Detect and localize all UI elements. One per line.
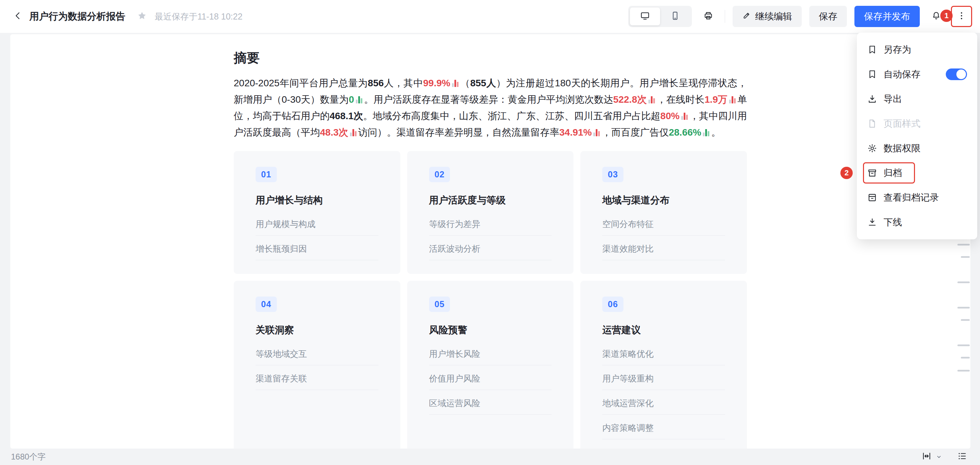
card-number: 04 bbox=[256, 297, 277, 312]
text-segment: 80% bbox=[660, 110, 679, 121]
fit-width-button[interactable] bbox=[920, 450, 934, 463]
chevron-down-icon[interactable] bbox=[935, 453, 942, 460]
outline-minimap[interactable] bbox=[955, 244, 970, 381]
text-segment: 28.66% bbox=[669, 127, 701, 137]
summary-heading: 摘要 bbox=[234, 49, 747, 67]
menu-item-archive[interactable]: 归档2 bbox=[857, 161, 977, 185]
outline-toggle-button[interactable] bbox=[955, 450, 969, 463]
text-segment: 856 bbox=[368, 78, 384, 88]
section-card-01[interactable]: 01用户增长与结构用户规模与构成增长瓶颈归因 bbox=[234, 151, 400, 274]
document-content: 摘要 2020-2025年间平台用户总量为856人，其中99.9%（855人）为… bbox=[234, 34, 747, 449]
card-item: 活跃波动分析 bbox=[429, 236, 552, 260]
card-number: 02 bbox=[429, 167, 450, 182]
favorite-star-button[interactable] bbox=[137, 11, 147, 22]
text-segment: 访问）。渠道留存率差异明显，自然流量留存率 bbox=[358, 127, 560, 137]
card-item: 等级行为差异 bbox=[429, 211, 552, 236]
annotation-badge-2: 2 bbox=[840, 167, 853, 179]
text-segment: 522.8次 bbox=[613, 94, 647, 105]
card-item: 用户等级重构 bbox=[602, 365, 725, 390]
minimap-dash bbox=[961, 319, 970, 321]
card-number: 06 bbox=[602, 297, 624, 312]
section-card-02[interactable]: 02用户活跃度与等级等级行为差异活跃波动分析 bbox=[407, 151, 574, 274]
minimap-dash bbox=[958, 244, 970, 246]
minimap-dash bbox=[958, 345, 970, 346]
outline-icon bbox=[957, 451, 967, 463]
text-segment: 468.1次 bbox=[329, 110, 363, 121]
footer-tools bbox=[920, 450, 969, 463]
divider bbox=[725, 10, 725, 23]
minimap-dash bbox=[958, 370, 970, 372]
star-icon bbox=[137, 11, 147, 22]
back-button[interactable] bbox=[10, 8, 26, 25]
text-segment: （ bbox=[460, 78, 470, 88]
continue-edit-button[interactable]: 继续编辑 bbox=[733, 6, 802, 27]
red-chart-mini-chart-icon bbox=[729, 95, 736, 104]
offline-icon bbox=[867, 217, 877, 227]
red-chart-mini-chart-icon bbox=[681, 112, 688, 120]
menu-item-page-style: 页面样式 bbox=[857, 111, 977, 136]
chevron-left-icon bbox=[13, 11, 23, 22]
text-segment: ，而百度广告仅 bbox=[601, 127, 669, 137]
card-title: 用户活跃度与等级 bbox=[429, 194, 552, 207]
summary-paragraph: 2020-2025年间平台用户总量为856人，其中99.9%（855人）为注册超… bbox=[234, 75, 747, 141]
topbar-actions: 继续编辑 保存 保存并发布 1 bbox=[628, 6, 970, 27]
menu-item-offline[interactable]: 下线 bbox=[857, 210, 977, 235]
kebab-menu-icon bbox=[956, 11, 967, 22]
card-item: 渠道效能对比 bbox=[602, 236, 725, 260]
menu-item-export[interactable]: 导出 bbox=[857, 86, 977, 111]
card-title: 关联洞察 bbox=[256, 324, 379, 337]
last-saved-text: 最近保存于11-18 10:22 bbox=[155, 11, 243, 22]
minimap-dash bbox=[961, 357, 970, 358]
phone-icon bbox=[670, 11, 680, 22]
text-segment: 人，其中 bbox=[384, 78, 423, 88]
document-canvas[interactable]: 摘要 2020-2025年间平台用户总量为856人，其中99.9%（855人）为… bbox=[10, 34, 970, 449]
more-menu-button[interactable] bbox=[953, 8, 970, 26]
card-items: 渠道策略优化用户等级重构地域运营深化内容策略调整 bbox=[602, 341, 725, 439]
minimap-dash bbox=[958, 281, 970, 283]
desktop-preview-button[interactable] bbox=[630, 8, 660, 26]
text-segment: 99.9% bbox=[423, 78, 450, 88]
section-card-05[interactable]: 05风险预警用户增长风险价值用户风险区域运营风险 bbox=[407, 281, 574, 449]
text-segment: 。用户活跃度存在显著等级差异：黄金用户平均浏览次数达 bbox=[364, 94, 613, 105]
annotation-badge-1: 1 bbox=[940, 10, 953, 22]
edit-pencil-icon bbox=[742, 11, 751, 22]
printer-icon bbox=[703, 11, 713, 22]
card-items: 用户规模与构成增长瓶颈归因 bbox=[256, 211, 379, 260]
section-card-06[interactable]: 06运营建议渠道策略优化用户等级重构地域运营深化内容策略调整 bbox=[580, 281, 747, 449]
green-chart-mini-chart-icon bbox=[703, 128, 710, 136]
card-title: 地域与渠道分布 bbox=[602, 194, 725, 207]
menu-item-label: 查看归档记录 bbox=[883, 192, 939, 204]
section-card-03[interactable]: 03地域与渠道分布空间分布特征渠道效能对比 bbox=[580, 151, 747, 274]
more-menu-wrap: 1 bbox=[953, 8, 970, 26]
menu-item-label: 归档 bbox=[883, 167, 902, 179]
save-as-icon bbox=[867, 45, 877, 55]
fit-width-icon bbox=[921, 451, 932, 463]
menu-item-label: 数据权限 bbox=[883, 142, 920, 155]
card-item: 增长瓶颈归因 bbox=[256, 236, 379, 260]
card-item: 区域运营风险 bbox=[429, 390, 552, 415]
app-root: 用户行为数据分析报告 最近保存于11-18 10:22 继续编辑 bbox=[0, 0, 980, 465]
card-item: 空间分布特征 bbox=[602, 211, 725, 236]
card-number: 05 bbox=[429, 297, 450, 312]
card-item: 等级地域交互 bbox=[256, 341, 379, 365]
red-chart-mini-chart-icon bbox=[350, 128, 356, 136]
doc-title: 用户行为数据分析报告 bbox=[29, 10, 125, 23]
card-number: 03 bbox=[602, 167, 624, 182]
text-segment: 0 bbox=[349, 94, 354, 105]
bell-icon bbox=[931, 11, 941, 22]
menu-item-label: 另存为 bbox=[883, 43, 911, 56]
menu-item-autosave[interactable]: 自动保存 bbox=[857, 62, 977, 86]
menu-item-save-as[interactable]: 另存为 bbox=[857, 37, 977, 62]
section-card-04[interactable]: 04关联洞察等级地域交互渠道留存关联 bbox=[234, 281, 400, 449]
save-button[interactable]: 保存 bbox=[809, 6, 847, 27]
mobile-preview-button[interactable] bbox=[660, 8, 690, 26]
print-button[interactable] bbox=[699, 8, 717, 26]
autosave-toggle[interactable] bbox=[946, 69, 967, 80]
menu-item-data-permissions[interactable]: 数据权限 bbox=[857, 136, 977, 161]
card-title: 用户增长与结构 bbox=[256, 194, 379, 207]
menu-item-archive-records[interactable]: 查看归档记录 bbox=[857, 185, 977, 210]
menu-item-label: 自动保存 bbox=[883, 68, 920, 80]
save-publish-button[interactable]: 保存并发布 bbox=[854, 6, 920, 27]
minimap-dash bbox=[961, 256, 970, 258]
green-chart-mini-chart-icon bbox=[356, 95, 363, 104]
